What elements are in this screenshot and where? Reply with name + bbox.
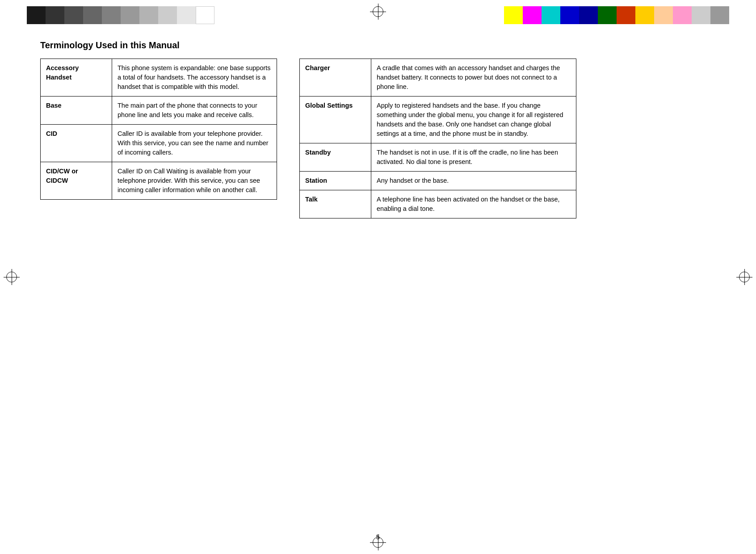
right-terminology-table: Charger A cradle that comes with an acce… — [299, 59, 576, 218]
left-terminology-table: Accessory Handset This phone system is e… — [40, 59, 277, 200]
table-row: Global Settings Apply to registered hand… — [300, 97, 576, 143]
page-number: 5 — [376, 533, 380, 541]
table-row: Charger A cradle that comes with an acce… — [300, 59, 576, 97]
def-standby: The handset is not in use. If it is off … — [371, 143, 576, 172]
color-strip-right — [504, 6, 729, 24]
reg-mark-right — [736, 269, 752, 285]
def-talk: A telephone line has been activated on t… — [371, 190, 576, 218]
color-strip-left — [27, 6, 214, 24]
def-station: Any handset or the base. — [371, 172, 576, 190]
reg-mark-left — [4, 269, 20, 285]
def-charger: A cradle that comes with an accessory ha… — [371, 59, 576, 97]
term-cid: CID — [41, 125, 112, 162]
table-row: Station Any handset or the base. — [300, 172, 576, 190]
table-row: Base The main part of the phone that con… — [41, 97, 277, 125]
table-row: Standby The handset is not in use. If it… — [300, 143, 576, 172]
table-row: CID/CW or CIDCW Caller ID on Call Waitin… — [41, 162, 277, 200]
def-cid: Caller ID is available from your telepho… — [112, 125, 277, 162]
tables-wrapper: Accessory Handset This phone system is e… — [40, 59, 716, 218]
term-station: Station — [300, 172, 371, 190]
table-row: Accessory Handset This phone system is e… — [41, 59, 277, 97]
term-charger: Charger — [300, 59, 371, 97]
def-global-settings: Apply to registered handsets and the bas… — [371, 97, 576, 143]
def-base: The main part of the phone that connects… — [112, 97, 277, 125]
term-cidcw: CID/CW or CIDCW — [41, 162, 112, 200]
def-cidcw: Caller ID on Call Waiting is available f… — [112, 162, 277, 200]
page-title: Terminology Used in this Manual — [40, 40, 716, 50]
term-accessory-handset: Accessory Handset — [41, 59, 112, 97]
main-content: Terminology Used in this Manual Accessor… — [40, 40, 716, 218]
table-row: Talk A telephone line has been activated… — [300, 190, 576, 218]
term-base: Base — [41, 97, 112, 125]
reg-mark-top — [370, 4, 386, 20]
term-standby: Standby — [300, 143, 371, 172]
term-global-settings: Global Settings — [300, 97, 371, 143]
def-accessory-handset: This phone system is expandable: one bas… — [112, 59, 277, 97]
term-talk: Talk — [300, 190, 371, 218]
table-row: CID Caller ID is available from your tel… — [41, 125, 277, 162]
